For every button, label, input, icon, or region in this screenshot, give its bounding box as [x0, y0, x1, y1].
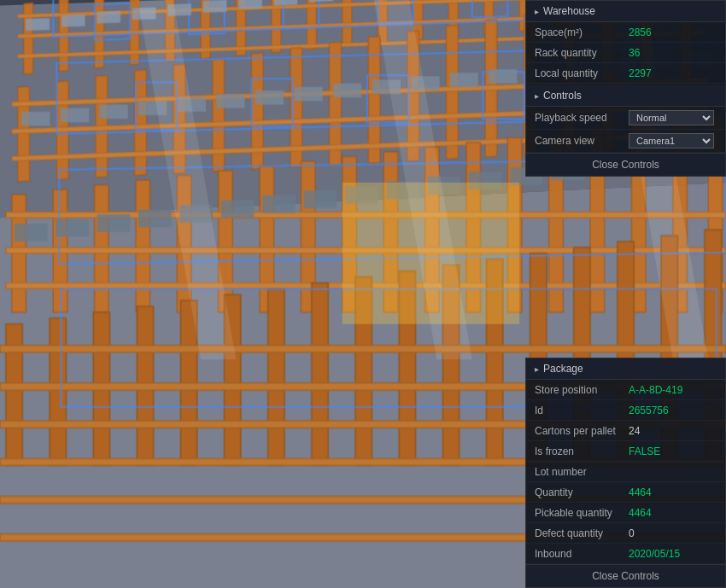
svg-rect-132 [216, 94, 244, 108]
svg-rect-113 [238, 0, 262, 9]
camera-view-row: Camera view Camera1 Camera2 Camera3 [526, 130, 725, 153]
svg-rect-145 [15, 224, 48, 242]
rack-quantity-value: 36 [629, 47, 717, 59]
id-label: Id [535, 405, 629, 416]
camera-view-label: Camera view [535, 135, 629, 147]
svg-rect-107 [26, 18, 50, 31]
defect-quantity-value: 0 [629, 527, 717, 539]
svg-rect-151 [262, 195, 296, 213]
local-quantity-row: Local quantity 2297 [526, 63, 725, 84]
svg-rect-70 [50, 318, 66, 466]
cartons-row: Cartons per pallet 24 [526, 421, 725, 441]
pickable-quantity-row: Pickable quantity 4464 [526, 503, 725, 523]
svg-rect-114 [274, 0, 298, 5]
svg-rect-27 [18, 87, 30, 182]
lot-number-label: Lot number [535, 466, 629, 478]
package-panel: Package Store position A-A-8D-419 Id 265… [525, 358, 726, 588]
svg-rect-109 [97, 11, 120, 24]
is-frozen-row: Is frozen FALSE [526, 441, 725, 462]
is-frozen-label: Is frozen [535, 445, 629, 457]
package-header-title: Package [543, 363, 583, 375]
controls-header-title: Controls [543, 90, 582, 102]
space-label: Space(m²) [535, 26, 629, 38]
is-frozen-value: FALSE [629, 445, 717, 457]
svg-rect-4 [24, 3, 33, 74]
close-controls-top-button[interactable]: Close Controls [526, 153, 725, 176]
warehouse-info-panel: Warehouse Space(m²) 2856 Rack quantity 3… [525, 0, 726, 177]
package-panel-header: Package [526, 358, 725, 380]
id-row: Id 2655756 [526, 400, 725, 421]
id-value: 2655756 [629, 405, 717, 416]
svg-rect-135 [333, 84, 361, 98]
space-value: 2856 [629, 26, 717, 38]
svg-rect-146 [56, 219, 89, 237]
svg-rect-133 [255, 90, 284, 105]
local-quantity-label: Local quantity [535, 67, 629, 79]
svg-rect-75 [268, 288, 284, 465]
svg-rect-51 [136, 180, 150, 312]
svg-rect-129 [99, 105, 127, 119]
svg-rect-108 [61, 15, 85, 27]
quantity-value: 4464 [629, 486, 717, 498]
warehouse-panel-header: Warehouse [526, 1, 725, 22]
quantity-row: Quantity 4464 [526, 482, 725, 503]
camera-view-select[interactable]: Camera1 Camera2 Camera3 [629, 133, 714, 148]
store-position-label: Store position [535, 384, 629, 396]
svg-rect-139 [489, 69, 517, 84]
playback-speed-row: Playback speed Normal Slow Fast [526, 107, 725, 130]
local-quantity-value: 2297 [629, 67, 717, 79]
pickable-quantity-label: Pickable quantity [535, 507, 629, 519]
svg-rect-152 [303, 191, 337, 209]
store-position-value: A-A-8D-419 [629, 384, 717, 396]
defect-quantity-label: Defect quantity [535, 527, 629, 539]
cartons-label: Cartons per pallet [535, 425, 629, 437]
svg-rect-32 [213, 59, 225, 172]
svg-rect-76 [312, 282, 328, 465]
svg-rect-112 [203, 0, 227, 13]
warehouse-controls-panel: Warehouse Space(m²) 2856 Rack quantity 3… [525, 0, 726, 177]
space-row: Space(m²) 2856 [526, 22, 725, 43]
svg-rect-138 [450, 73, 478, 87]
controls-section-header: Controls [526, 85, 725, 107]
rack-quantity-label: Rack quantity [535, 47, 629, 59]
cartons-value: 24 [629, 425, 717, 437]
svg-rect-127 [21, 112, 50, 126]
playback-speed-label: Playback speed [535, 112, 629, 124]
svg-rect-134 [294, 87, 322, 102]
playback-speed-select[interactable]: Normal Slow Fast [629, 110, 714, 125]
svg-rect-86 [0, 346, 726, 352]
rack-quantity-row: Rack quantity 36 [526, 43, 725, 63]
quantity-label: Quantity [535, 486, 629, 498]
inbound-value: 2020/05/15 [629, 548, 717, 560]
close-controls-package-button[interactable]: Close Controls [526, 564, 725, 587]
defect-quantity-row: Defect quantity 0 [526, 523, 725, 544]
lot-number-row: Lot number [526, 462, 725, 482]
svg-rect-147 [97, 214, 130, 232]
svg-rect-38 [446, 26, 458, 160]
svg-rect-148 [138, 210, 172, 228]
svg-rect-150 [220, 201, 254, 218]
svg-rect-128 [60, 108, 88, 123]
inbound-row: Inbound 2020/05/15 [526, 544, 725, 564]
warehouse-header-title: Warehouse [543, 5, 595, 17]
pickable-quantity-value: 4464 [629, 507, 717, 519]
store-position-row: Store position A-A-8D-419 [526, 380, 725, 400]
inbound-label: Inbound [535, 548, 629, 560]
